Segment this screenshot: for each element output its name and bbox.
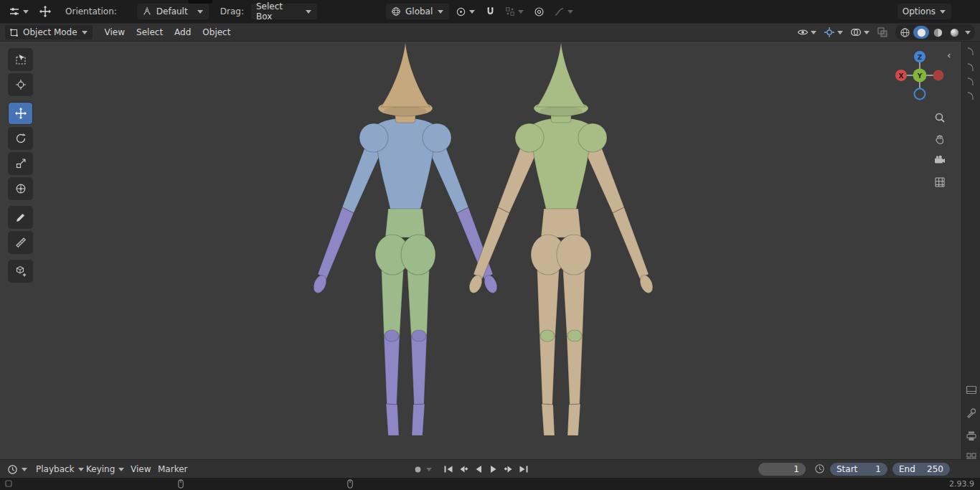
preview-range-clock-icon[interactable] [814, 463, 825, 474]
solid-sphere-icon [916, 27, 927, 38]
chevron-down-icon [23, 9, 29, 14]
magnet-icon [485, 6, 496, 17]
chevron-down-icon [567, 9, 574, 14]
chevron-down-icon [864, 30, 870, 34]
corner-hook-icon[interactable] [966, 90, 977, 102]
tool-move[interactable] [9, 103, 32, 124]
tool-cursor[interactable] [9, 74, 32, 95]
tool-settings-icon [9, 6, 20, 17]
grid-icon [934, 176, 946, 188]
svg-text:Z: Z [918, 54, 923, 61]
pivot-point-icon [456, 6, 466, 17]
falloff-dropdown[interactable] [551, 4, 577, 19]
tool-measure[interactable] [9, 232, 32, 253]
corner-hook-icon[interactable] [966, 76, 977, 88]
tool-rotate[interactable] [9, 128, 32, 149]
options-dropdown[interactable]: Options [897, 4, 951, 19]
keying-menu[interactable]: Keying [82, 462, 129, 476]
menu-object[interactable]: Object [197, 25, 235, 39]
timeline-editor-type-dropdown[interactable] [3, 462, 32, 476]
zoom-button[interactable] [931, 109, 948, 126]
playback-controls [442, 463, 530, 476]
menu-add[interactable]: Add [169, 25, 196, 39]
select-box-icon [15, 54, 27, 65]
object-mode-icon [9, 28, 19, 37]
tool-annotate[interactable] [9, 207, 32, 228]
drag-dropdown[interactable]: Select Box [251, 4, 317, 19]
tool-add-cube[interactable] [9, 260, 32, 282]
record-dot-icon [413, 465, 423, 474]
jump-to-end-button[interactable] [517, 463, 530, 476]
rendered-sphere-icon [949, 27, 960, 38]
hand-icon [934, 133, 946, 145]
shading-solid-button[interactable] [913, 26, 929, 39]
shading-rendered-button[interactable] [946, 26, 962, 39]
active-tool-move-icon [39, 6, 51, 17]
snap-grid-icon [505, 6, 515, 17]
overlays-dropdown[interactable] [848, 25, 872, 39]
tool-transform[interactable] [9, 178, 32, 199]
next-keyframe-button[interactable] [502, 463, 515, 476]
visibility-dropdown[interactable] [795, 25, 819, 39]
chevron-down-icon [811, 30, 817, 34]
sidebar-toggle-arrow[interactable]: ‹ [947, 50, 951, 60]
shading-wireframe-button[interactable] [897, 26, 913, 39]
printer-icon[interactable] [966, 430, 977, 442]
shading-dropdown[interactable] [963, 25, 974, 39]
current-frame-field[interactable]: 1 [758, 463, 806, 476]
mouse-left-icon [176, 479, 185, 489]
xray-toggle[interactable] [875, 25, 890, 39]
drag-label: Drag: [220, 6, 244, 17]
menu-select[interactable]: Select [131, 25, 168, 39]
clock-icon [7, 464, 18, 475]
wrench-icon[interactable] [966, 407, 977, 419]
gizmo-axis-x-positive [933, 70, 944, 81]
transform-orientation-value: Global [405, 6, 433, 17]
snap-toggle[interactable] [482, 4, 499, 19]
navigation-gizmo[interactable]: Z X Y [895, 50, 945, 100]
toggle-grid-button[interactable] [931, 174, 948, 191]
right-panel-strip [961, 42, 980, 459]
workspace-tab-remnant [188, 0, 212, 4]
next-keyframe-icon [504, 465, 514, 473]
xray-icon [877, 27, 888, 38]
menu-view[interactable]: View [100, 25, 130, 39]
timeline-marker-menu[interactable]: Marker [154, 462, 192, 476]
model-right[interactable] [446, 42, 676, 445]
gizmos-dropdown[interactable] [821, 25, 846, 39]
play-button[interactable] [487, 463, 500, 476]
chevron-down-icon [965, 30, 971, 34]
falloff-curve-icon [554, 6, 565, 17]
corner-hook-icon[interactable] [966, 62, 977, 73]
timeline-view-menu[interactable]: View [126, 462, 155, 476]
proportional-editing-toggle[interactable] [531, 4, 547, 19]
snap-settings-dropdown[interactable] [502, 4, 527, 19]
camera-view-button[interactable] [931, 152, 948, 169]
orientation-icon [142, 6, 152, 17]
prev-keyframe-icon [458, 465, 468, 473]
pivot-point-dropdown[interactable] [453, 4, 479, 19]
object-mode-dropdown[interactable]: Object Mode [5, 25, 93, 39]
jump-to-start-icon [443, 465, 453, 473]
screen-layout-icon[interactable] [966, 385, 977, 396]
corner-hook-icon[interactable] [966, 46, 977, 57]
playback-menu[interactable]: Playback [32, 462, 89, 476]
shading-material-button[interactable] [930, 26, 946, 39]
frame-end-field[interactable]: End 250 [892, 463, 950, 476]
auto-keying-toggle[interactable] [409, 462, 437, 476]
prev-keyframe-button[interactable] [457, 463, 470, 476]
play-reverse-button[interactable] [472, 463, 485, 476]
chevron-down-icon [22, 467, 28, 471]
pan-button[interactable] [931, 131, 948, 148]
jump-to-start-button[interactable] [442, 463, 455, 476]
magnifier-icon [934, 112, 946, 123]
tool-select-box[interactable] [9, 49, 32, 70]
chevron-down-icon [118, 467, 125, 471]
tool-scale[interactable] [9, 153, 32, 174]
frame-start-field[interactable]: Start 1 [830, 463, 887, 476]
blender-window: Orientation: Default Drag: Select Box Gl… [0, 0, 980, 490]
jump-to-end-icon [519, 465, 529, 473]
transform-orientation-dropdown[interactable]: Global [386, 4, 449, 19]
editor-type-dropdown[interactable] [6, 4, 32, 19]
orientation-dropdown[interactable]: Default [137, 4, 209, 19]
